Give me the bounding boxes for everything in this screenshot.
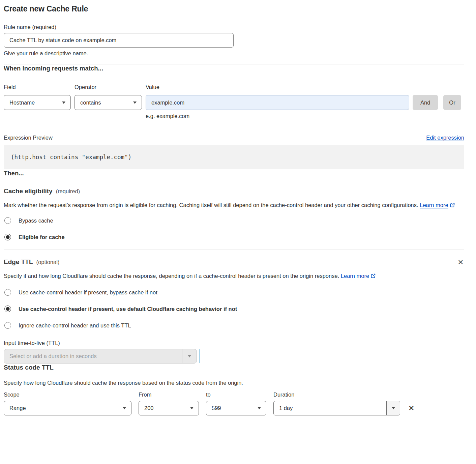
rule-name-helper: Give your rule a descriptive name. — [4, 50, 464, 57]
chevron-down-icon[interactable] — [182, 349, 197, 363]
chevron-down-icon[interactable] — [386, 401, 400, 415]
chevron-down-icon — [133, 102, 137, 104]
edge-ttl-header: Edge TTL (optional) ✕ — [4, 258, 464, 266]
radio-icon[interactable] — [4, 306, 11, 312]
and-button[interactable]: And — [413, 95, 438, 110]
required-tag: (required) — [56, 188, 80, 195]
match-row: Hostname contains And Or — [4, 95, 464, 110]
edge-ttl-option-default-label: Use cache-control header if present, use… — [19, 306, 237, 312]
value-helper: e.g. example.com — [146, 113, 464, 119]
eligible-for-cache-option[interactable]: Eligible for cache — [4, 234, 464, 240]
edge-ttl-option-ignore[interactable]: Ignore cache-control header and use this… — [4, 322, 464, 329]
focus-bar — [199, 349, 200, 363]
edge-ttl-option-default[interactable]: Use cache-control header if present, use… — [4, 306, 464, 312]
edit-expression-link[interactable]: Edit expression — [426, 135, 464, 141]
field-label: Field — [4, 84, 75, 90]
match-heading: When incoming requests match... — [4, 64, 464, 72]
value-label: Value — [146, 84, 464, 90]
cache-eligibility-description-text: Mark whether the request’s response from… — [4, 202, 418, 208]
cache-eligibility-learn-more-link[interactable]: Learn more — [420, 202, 448, 208]
edge-ttl-option-ignore-label: Ignore cache-control header and use this… — [19, 322, 131, 329]
expression-header: Expression Preview Edit expression — [4, 134, 464, 141]
then-heading: Then... — [4, 169, 464, 177]
field-select-value: Hostname — [9, 99, 35, 106]
create-cache-rule-form: Create new Cache Rule Rule name (require… — [0, 0, 464, 415]
edge-ttl-option-bypass[interactable]: Use cache-control header if present, byp… — [4, 289, 464, 296]
eligible-for-cache-label: Eligible for cache — [19, 234, 65, 240]
bypass-cache-label: Bypass cache — [19, 217, 53, 224]
edge-ttl-option-bypass-label: Use cache-control header if present, byp… — [19, 289, 157, 296]
status-code-ttl-heading: Status code TTL — [4, 364, 464, 372]
edge-ttl-heading: Edge TTL — [4, 258, 33, 266]
cache-eligibility-header: Cache eligibility (required) — [4, 187, 464, 195]
ttl-input-label: Input time-to-live (TTL) — [4, 340, 464, 346]
optional-tag: (optional) — [36, 259, 60, 265]
radio-icon[interactable] — [4, 322, 11, 329]
ttl-duration-input[interactable] — [4, 349, 182, 363]
external-link-icon — [450, 202, 455, 208]
close-icon[interactable]: ✕ — [457, 259, 464, 266]
cache-eligibility-heading: Cache eligibility — [4, 187, 53, 195]
cache-eligibility-description: Mark whether the request’s response from… — [4, 200, 457, 210]
duration-select[interactable]: 1 day — [273, 401, 400, 415]
page-title: Create new Cache Rule — [4, 4, 464, 13]
operator-select[interactable]: contains — [75, 95, 142, 110]
to-select-value: 599 — [212, 405, 221, 411]
expression-code: (http.host contains "example.com") — [11, 154, 131, 161]
chevron-down-icon — [123, 407, 126, 409]
or-button[interactable]: Or — [443, 95, 461, 110]
rule-name-input[interactable] — [4, 33, 234, 48]
rule-name-label: Rule name (required) — [4, 24, 464, 30]
from-label: From — [139, 391, 206, 398]
bypass-cache-option[interactable]: Bypass cache — [4, 217, 464, 224]
ttl-combo-row — [4, 349, 464, 364]
radio-icon[interactable] — [4, 234, 11, 240]
scope-select-value: Range — [9, 405, 26, 411]
divider — [4, 250, 464, 250]
expression-preview-label: Expression Preview — [4, 134, 53, 141]
ttl-duration-select[interactable] — [4, 349, 197, 364]
status-code-ttl-row: Range 200 599 1 day ✕ — [4, 401, 464, 415]
delete-row-icon[interactable]: ✕ — [408, 405, 414, 412]
expression-code-block: (http.host contains "example.com") — [4, 145, 464, 169]
operator-label: Operator — [75, 84, 146, 90]
scope-label: Scope — [4, 391, 139, 398]
match-column-labels: Field Operator Value — [4, 84, 464, 90]
radio-icon[interactable] — [4, 289, 11, 296]
external-link-icon — [370, 273, 376, 279]
duration-label: Duration — [273, 391, 464, 398]
status-column-labels: Scope From to Duration — [4, 391, 464, 398]
chevron-down-icon — [258, 407, 261, 409]
from-select-value: 200 — [144, 405, 154, 411]
status-code-ttl-description: Specify how long Cloudflare should cache… — [4, 378, 464, 388]
radio-icon[interactable] — [4, 217, 11, 224]
edge-ttl-description-text: Specify if and how long Cloudflare shoul… — [4, 273, 339, 279]
duration-select-value: 1 day — [274, 401, 386, 415]
from-select[interactable]: 200 — [139, 401, 199, 415]
chevron-down-icon — [190, 407, 194, 409]
edge-ttl-description: Specify if and how long Cloudflare shoul… — [4, 271, 376, 281]
to-label: to — [206, 391, 273, 398]
operator-select-value: contains — [80, 99, 101, 106]
value-input[interactable] — [146, 95, 409, 110]
to-select[interactable]: 599 — [206, 401, 266, 415]
field-select[interactable]: Hostname — [4, 95, 71, 110]
chevron-down-icon — [62, 102, 65, 104]
edge-ttl-learn-more-link[interactable]: Learn more — [341, 273, 369, 279]
scope-select[interactable]: Range — [4, 401, 131, 415]
